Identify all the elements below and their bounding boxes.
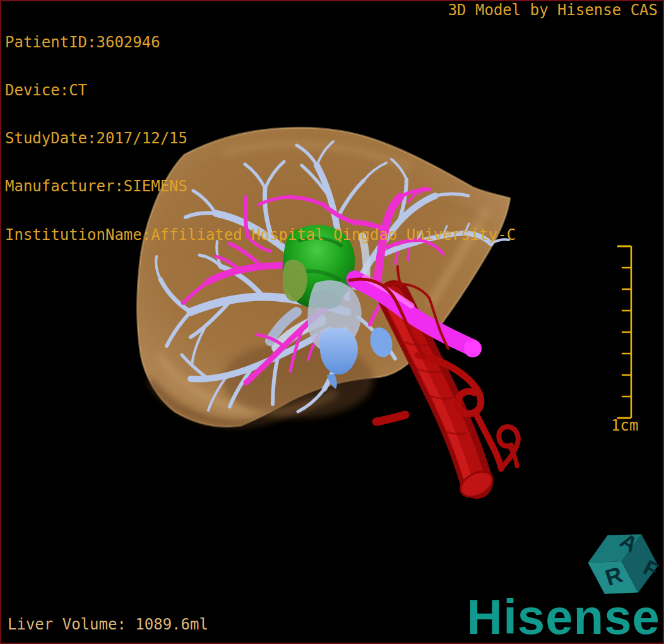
hisense-logo: Hisense	[467, 592, 660, 641]
patient-id-text: PatientID:3602946	[5, 35, 516, 51]
cas-3d-viewer: R A F PatientID:3602946 Device:CT StudyD…	[0, 0, 664, 644]
viewer-caption: 3D Model by Hisense CAS	[448, 3, 658, 18]
study-info-overlay: PatientID:3602946 Device:CT StudyDate:20…	[5, 3, 516, 275]
scale-unit-label: 1cm	[611, 418, 638, 434]
institution-text: InstitutionName:Affiliated Hospital Qing…	[5, 227, 516, 243]
liver-volume-text: Liver Volume: 1089.6ml	[8, 617, 208, 633]
device-text: Device:CT	[5, 83, 516, 98]
study-date-text: StudyDate:2017/12/15	[5, 131, 516, 146]
manufacturer-text: Manufacturer:SIEMENS	[5, 179, 516, 194]
scale-bar	[617, 246, 631, 418]
